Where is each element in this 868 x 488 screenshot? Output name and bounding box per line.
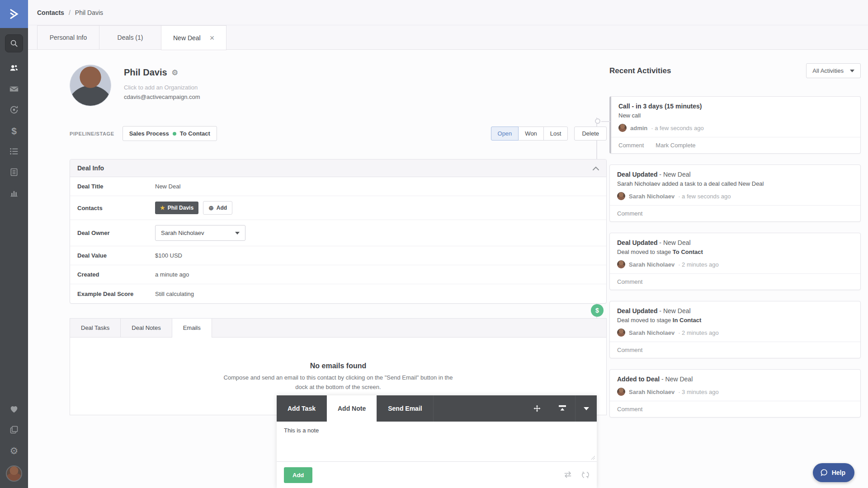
note-textarea[interactable]: This is a note — [284, 427, 590, 456]
deal-created: a minute ago — [155, 271, 189, 278]
add-organization-link[interactable]: Click to add an Organization — [124, 84, 200, 91]
mark-complete-link[interactable]: Mark Complete — [656, 142, 695, 149]
activity-card-call: Call - in 3 days (15 minutes) New call a… — [609, 96, 861, 154]
tab-new-deal[interactable]: New Deal × — [161, 25, 226, 50]
activity-body: Deal moved to stage To Contact — [617, 249, 853, 255]
contacts-icon[interactable] — [0, 58, 28, 79]
activity-time: · 3 minutes ago — [678, 389, 719, 395]
breadcrumb-contacts[interactable]: Contacts — [37, 9, 64, 16]
expand-dock-icon[interactable] — [550, 395, 575, 422]
top-bar: Contacts / Phil Davis — [28, 0, 868, 25]
contact-avatar[interactable] — [70, 65, 111, 106]
deal-score-row: Example Deal Score Still calculating — [70, 284, 606, 303]
author-name[interactable]: Sarah Nicholaev — [629, 193, 675, 200]
activity-card-deal-updated: $ Deal Updated - New Deal Sarah Nicholae… — [609, 164, 861, 222]
close-tab-icon[interactable]: × — [210, 34, 215, 42]
contact-name: Phil Davis — [124, 67, 167, 78]
activity-time: · a few seconds ago — [678, 193, 731, 200]
recent-activities-title: Recent Activities — [609, 66, 671, 75]
activity-time: · 2 minutes ago — [678, 329, 719, 336]
status-won-button[interactable]: Won — [518, 127, 544, 141]
contact-email: cdavis@activecampaign.com — [124, 94, 200, 100]
tab-emails[interactable]: Emails — [172, 319, 212, 338]
dock-tab-add-task[interactable]: Add Task — [277, 395, 327, 422]
note-compose-area: This is a note — [277, 422, 597, 461]
contact-chip[interactable]: ★ Phil Davis — [155, 202, 198, 214]
no-emails-desc-line2: dock at the bottom of the screen. — [88, 383, 588, 392]
add-note-button[interactable]: Add — [284, 467, 312, 483]
campaigns-icon[interactable] — [0, 79, 28, 99]
deal-info-card: Deal Info Deal Title New Deal Contacts ★… — [70, 159, 607, 304]
recent-activities-panel: Recent Activities All Activities Call - … — [609, 50, 861, 418]
tab-deal-notes[interactable]: Deal Notes — [121, 319, 172, 337]
sync-icon[interactable] — [581, 471, 590, 479]
status-open-button[interactable]: Open — [491, 127, 519, 141]
settings-icon[interactable]: ⚙ — [0, 440, 28, 461]
activity-body: New call — [618, 112, 853, 119]
author-avatar — [617, 192, 625, 200]
chat-bubble-icon — [820, 469, 828, 477]
tab-deal-tasks[interactable]: Deal Tasks — [70, 319, 121, 337]
comment-link[interactable]: Comment — [617, 210, 642, 217]
deal-title-row: Deal Title New Deal — [70, 177, 606, 196]
author-name[interactable]: Sarah Nicholaev — [629, 389, 675, 395]
activecampaign-logo-icon[interactable] — [0, 0, 28, 28]
contact-settings-gear-icon[interactable]: ⚙ — [172, 68, 178, 77]
author-name[interactable]: admin — [630, 125, 647, 131]
comment-link[interactable]: Comment — [617, 406, 642, 413]
automations-icon[interactable] — [0, 99, 28, 120]
author-avatar — [618, 124, 627, 132]
author-name[interactable]: Sarah Nicholaev — [629, 261, 675, 268]
plus-circle-icon: ⊕ — [208, 204, 214, 211]
deal-score: Still calculating — [155, 291, 194, 297]
no-emails-desc-line1: Compose and send an email to this contac… — [88, 374, 588, 382]
tab-personal-info[interactable]: Personal Info — [37, 25, 99, 50]
move-icon[interactable] — [524, 395, 550, 422]
author-avatar — [617, 260, 625, 268]
deal-owner-row: Deal Owner Sarah Nicholaev — [70, 220, 606, 246]
user-avatar[interactable] — [6, 465, 22, 482]
deal-main: Phil Davis ⚙ Click to add an Organizatio… — [70, 50, 607, 415]
comment-link[interactable]: Comment — [618, 142, 644, 149]
activity-card-deal-updated: $ Deal Updated - New Deal Deal moved to … — [609, 301, 861, 358]
add-contact-button[interactable]: ⊕ Add — [203, 201, 232, 215]
activity-time: · 2 minutes ago — [678, 261, 719, 268]
resize-handle[interactable] — [590, 455, 595, 460]
comment-link[interactable]: Comment — [617, 278, 642, 285]
heart-icon[interactable] — [0, 399, 28, 419]
forms-icon[interactable] — [0, 162, 28, 183]
caret-down-icon[interactable] — [575, 395, 597, 422]
swap-icon[interactable] — [563, 471, 572, 479]
chevron-down-icon — [235, 232, 240, 235]
deal-owner-select[interactable]: Sarah Nicholaev — [155, 225, 245, 241]
dock-tab-send-email[interactable]: Send Email — [377, 395, 433, 422]
pipeline-row: PIPELINE/STAGE Sales Process To Contact … — [70, 126, 607, 141]
author-name[interactable]: Sarah Nicholaev — [629, 329, 675, 336]
activity-time: · a few seconds ago — [651, 125, 703, 131]
deal-contacts-row: Contacts ★ Phil Davis ⊕ Add — [70, 196, 606, 220]
app-sidebar: $ ⚙ — [0, 0, 28, 488]
delete-deal-button[interactable]: Delete — [574, 127, 607, 141]
deal-info-title: Deal Info — [77, 164, 104, 172]
breadcrumb-separator: / — [69, 9, 71, 16]
deal-status-group: Open Won Lost Delete — [491, 127, 607, 141]
search-icon[interactable] — [5, 34, 23, 52]
dock-tab-add-note[interactable]: Add Note — [327, 395, 377, 422]
status-lost-button[interactable]: Lost — [543, 127, 568, 141]
help-button[interactable]: Help — [813, 463, 854, 482]
activity-body: Deal moved to stage In Contact — [617, 317, 853, 324]
comment-link[interactable]: Comment — [617, 347, 642, 353]
collapse-chevron-icon[interactable] — [593, 166, 599, 170]
breadcrumb: Contacts / Phil Davis — [28, 0, 868, 25]
tab-deals[interactable]: Deals (1) — [99, 25, 161, 50]
pipeline-stage-button[interactable]: Sales Process To Contact — [123, 126, 217, 141]
lists-icon[interactable] — [0, 141, 28, 162]
activities-filter-dropdown[interactable]: All Activities — [806, 63, 861, 78]
primary-contact-star-icon: ★ — [160, 205, 165, 211]
activity-card-added-to-deal: $ Added to Deal - New Deal Sarah Nichola… — [609, 369, 861, 418]
contact-tabstrip: Personal Info Deals (1) New Deal × — [28, 25, 868, 50]
reports-icon[interactable] — [0, 183, 28, 203]
deals-icon[interactable]: $ — [0, 120, 28, 141]
activity-body: Sarah Nicholaev added a task to a deal c… — [617, 180, 853, 187]
apps-icon[interactable] — [0, 419, 28, 440]
